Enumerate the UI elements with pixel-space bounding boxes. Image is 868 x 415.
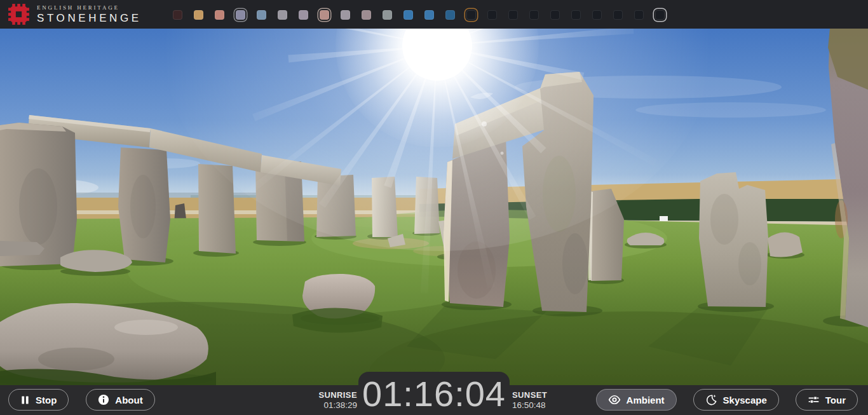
time-swatch-20[interactable] — [592, 10, 602, 20]
time-swatch-9[interactable] — [362, 10, 371, 20]
ambient-label: Ambient — [627, 395, 665, 405]
time-swatch-16[interactable] — [508, 10, 518, 20]
stop-button[interactable]: Stop — [8, 389, 69, 411]
ambient-button[interactable]: Ambient — [596, 389, 677, 411]
skyscape-label: Skyscape — [723, 395, 767, 405]
time-swatch-10[interactable] — [383, 10, 392, 20]
time-swatch-7[interactable] — [320, 10, 329, 20]
time-swatch-14[interactable] — [466, 10, 476, 20]
time-swatch-0[interactable] — [173, 10, 182, 20]
footer-right-buttons: Ambient Skyscape Tour — [596, 389, 858, 411]
stop-label: Stop — [36, 395, 57, 405]
sunrise-block: SUNRISE 01:38:29 — [318, 390, 357, 411]
time-swatch-1[interactable] — [194, 10, 203, 20]
about-button[interactable]: About — [86, 389, 154, 411]
stonehenge-panorama[interactable] — [0, 29, 868, 385]
sunset-block: SUNSET 16:50:48 — [512, 390, 547, 411]
tour-button[interactable]: Tour — [796, 389, 858, 411]
time-swatch-15[interactable] — [487, 10, 497, 20]
time-swatch-2[interactable] — [215, 10, 224, 20]
time-swatch-18[interactable] — [550, 10, 560, 20]
time-swatch-6[interactable] — [299, 10, 308, 20]
sunset-label: SUNSET — [512, 390, 547, 400]
time-swatch-3[interactable] — [236, 10, 245, 20]
tour-label: Tour — [825, 395, 846, 405]
sunset-time: 16:50:48 — [512, 400, 547, 411]
time-swatch-23[interactable] — [655, 10, 665, 20]
clock-panel: 01:16:04 — [358, 372, 510, 415]
time-swatch-4[interactable] — [257, 10, 266, 20]
skyscape-app: ENGLISH HERITAGE STONEHENGE — [0, 0, 868, 415]
eye-icon — [608, 393, 621, 406]
brand-eyebrow: ENGLISH HERITAGE — [37, 4, 142, 11]
time-swatch-13[interactable] — [445, 10, 455, 20]
brand-title: STONEHENGE — [37, 11, 142, 25]
moon-star-icon — [705, 394, 717, 406]
time-swatch-5[interactable] — [278, 10, 287, 20]
time-swatch-19[interactable] — [571, 10, 581, 20]
time-swatch-22[interactable] — [634, 10, 644, 20]
time-swatch-17[interactable] — [529, 10, 539, 20]
time-swatch-11[interactable] — [403, 10, 413, 20]
about-label: About — [115, 395, 142, 405]
sunrise-time: 01:38:29 — [318, 400, 357, 411]
pause-icon — [20, 395, 30, 405]
english-heritage-logo-icon — [7, 3, 31, 26]
sunrise-label: SUNRISE — [318, 390, 357, 400]
clock-time: 01:16:04 — [358, 372, 510, 415]
brand-text: ENGLISH HERITAGE STONEHENGE — [37, 3, 142, 25]
time-swatch-strip — [173, 10, 665, 20]
time-swatch-8[interactable] — [341, 10, 350, 20]
info-icon — [98, 394, 109, 405]
footer-left-buttons: Stop About — [8, 389, 155, 411]
time-swatch-21[interactable] — [613, 10, 623, 20]
time-swatch-12[interactable] — [424, 10, 434, 20]
brand: ENGLISH HERITAGE STONEHENGE — [7, 3, 142, 26]
header-bar: ENGLISH HERITAGE STONEHENGE — [0, 0, 868, 29]
sliders-icon — [808, 394, 820, 406]
skyscape-button[interactable]: Skyscape — [693, 389, 779, 411]
